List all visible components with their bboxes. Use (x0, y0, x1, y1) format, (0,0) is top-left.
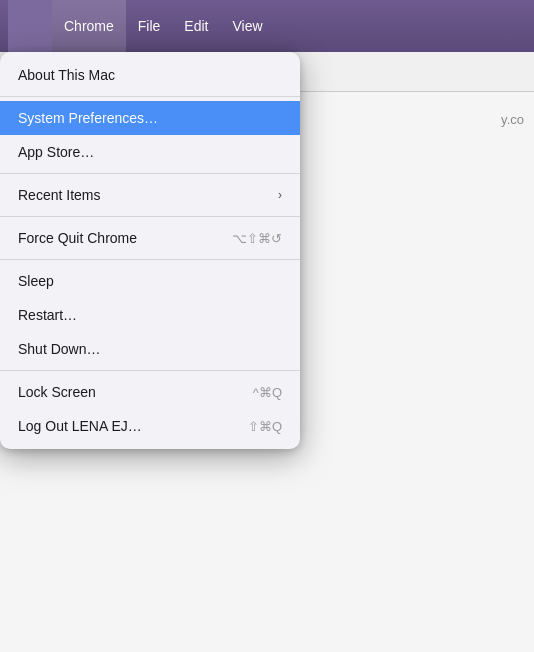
logout-shortcut: ⇧⌘Q (248, 419, 282, 434)
menu-item-system-prefs-label: System Preferences… (18, 110, 158, 126)
menu-separator-5 (0, 370, 300, 371)
menubar-edit[interactable]: Edit (172, 0, 220, 52)
apple-dropdown-menu: About This Mac System Preferences… App S… (0, 52, 300, 449)
menu-item-about-mac[interactable]: About This Mac (0, 58, 300, 92)
menu-item-recent-items[interactable]: Recent Items › (0, 178, 300, 212)
menu-item-force-quit[interactable]: Force Quit Chrome ⌥⇧⌘↺ (0, 221, 300, 255)
menubar-edit-label: Edit (184, 18, 208, 34)
menu-item-app-store[interactable]: App Store… (0, 135, 300, 169)
menu-item-lock-screen-label: Lock Screen (18, 384, 96, 400)
menubar: Chrome File Edit View (0, 0, 534, 52)
url-stub: y.co (501, 112, 524, 127)
menubar-view[interactable]: View (220, 0, 274, 52)
apple-menu-button[interactable] (8, 0, 52, 52)
menu-item-restart[interactable]: Restart… (0, 298, 300, 332)
menubar-chrome-label: Chrome (64, 18, 114, 34)
menu-item-shutdown[interactable]: Shut Down… (0, 332, 300, 366)
menu-separator-1 (0, 96, 300, 97)
menu-separator-2 (0, 173, 300, 174)
menu-item-restart-label: Restart… (18, 307, 77, 323)
menu-item-logout-label: Log Out LENA EJ… (18, 418, 142, 434)
menubar-view-label: View (232, 18, 262, 34)
menu-item-force-quit-label: Force Quit Chrome (18, 230, 137, 246)
menu-item-shutdown-label: Shut Down… (18, 341, 100, 357)
force-quit-shortcut: ⌥⇧⌘↺ (232, 231, 282, 246)
menu-item-about-mac-label: About This Mac (18, 67, 115, 83)
menu-separator-3 (0, 216, 300, 217)
menu-item-app-store-label: App Store… (18, 144, 94, 160)
menu-separator-4 (0, 259, 300, 260)
lock-screen-shortcut: ^⌘Q (253, 385, 282, 400)
menu-item-sleep-label: Sleep (18, 273, 54, 289)
menubar-chrome[interactable]: Chrome (52, 0, 126, 52)
menu-item-sleep[interactable]: Sleep (0, 264, 300, 298)
menu-item-recent-items-label: Recent Items (18, 187, 100, 203)
menubar-file[interactable]: File (126, 0, 173, 52)
menubar-file-label: File (138, 18, 161, 34)
menu-item-logout[interactable]: Log Out LENA EJ… ⇧⌘Q (0, 409, 300, 443)
menu-item-system-prefs[interactable]: System Preferences… (0, 101, 300, 135)
menu-item-lock-screen[interactable]: Lock Screen ^⌘Q (0, 375, 300, 409)
submenu-chevron-icon: › (278, 188, 282, 202)
